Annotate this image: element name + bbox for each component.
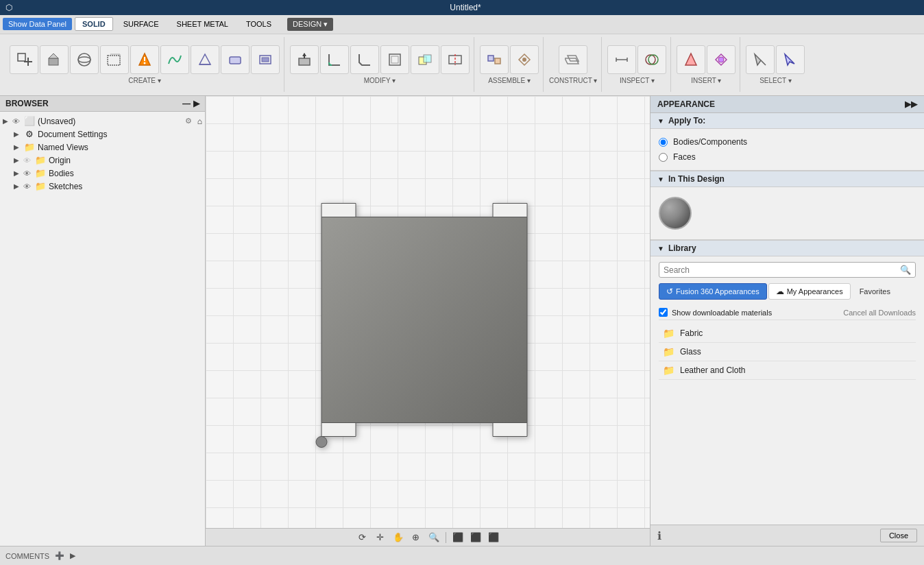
visual-style-icon[interactable]: ⬛ xyxy=(468,531,483,544)
cancel-downloads-button[interactable]: Cancel all Downloads xyxy=(843,309,916,317)
derive-icon[interactable] xyxy=(130,45,159,74)
root-settings-icon[interactable]: ⚙ xyxy=(185,117,196,125)
leather-cloth-folder-icon: 📁 xyxy=(663,365,674,376)
comments-add-icon[interactable]: ➕ xyxy=(55,551,64,560)
chamfer-icon[interactable] xyxy=(350,45,379,74)
offset-plane-icon[interactable] xyxy=(559,45,587,74)
show-data-panel-button[interactable]: Show Data Panel xyxy=(3,18,72,30)
tab-solid[interactable]: SOLID xyxy=(75,17,113,31)
zoom-fit-icon[interactable]: ⊕ xyxy=(409,531,424,544)
fillet-icon[interactable] xyxy=(320,45,349,74)
comments-expand-icon[interactable]: ▶ xyxy=(70,551,75,560)
default-material-thumb[interactable] xyxy=(659,197,692,230)
browser-root-item[interactable]: ▶ 👁 ⬜ (Unsaved) ⚙ ⌂ xyxy=(0,115,205,128)
search-icon: 🔍 xyxy=(900,265,911,275)
design-dropdown-button[interactable]: DESIGN ▾ xyxy=(287,18,333,31)
named-views-item[interactable]: ▶ 📁 Named Views xyxy=(0,141,205,154)
fabric-folder-item[interactable]: 📁 Fabric xyxy=(659,324,916,343)
combine-icon[interactable] xyxy=(411,45,439,74)
faces-label: Faces xyxy=(673,152,696,162)
bodies-eye-icon[interactable]: 👁 xyxy=(23,169,34,178)
sweep-icon[interactable] xyxy=(221,45,250,74)
library-section-header[interactable]: ▼ Library xyxy=(651,241,924,256)
in-this-design-section-header[interactable]: ▼ In This Design xyxy=(651,171,924,187)
joint-icon[interactable] xyxy=(480,45,509,74)
press-pull-icon[interactable] xyxy=(290,45,319,74)
insert-mesh-icon[interactable] xyxy=(677,45,705,74)
pan-icon[interactable]: ✛ xyxy=(373,531,388,544)
as-built-joint-icon[interactable] xyxy=(510,45,539,74)
close-button[interactable]: Close xyxy=(880,529,917,542)
show-downloadable-label: Show downloadable materials xyxy=(672,309,772,317)
browser-minimize-icon[interactable]: — xyxy=(182,99,191,108)
tab-surface[interactable]: SURFACE xyxy=(116,17,167,31)
select-icon[interactable] xyxy=(746,45,775,74)
orbit-icon[interactable]: ⟳ xyxy=(355,531,370,544)
tab-tools[interactable]: TOOLS xyxy=(239,17,279,31)
sketch-icon[interactable] xyxy=(100,45,129,74)
faces-option[interactable]: Faces xyxy=(659,149,916,165)
hand-icon[interactable]: ✋ xyxy=(391,531,406,544)
decal-icon[interactable] xyxy=(707,45,735,74)
favorites-label: Favorites xyxy=(860,287,890,296)
insert-icons xyxy=(677,45,735,74)
modify-icons xyxy=(290,45,470,74)
doc-settings-gear-icon: ⚙ xyxy=(23,129,36,139)
svg-rect-25 xyxy=(488,56,494,61)
glass-folder-label: Glass xyxy=(680,347,701,357)
split-body-icon[interactable] xyxy=(441,45,470,74)
appearance-search-input[interactable] xyxy=(664,265,900,275)
freeform-icon[interactable] xyxy=(160,45,189,74)
measure-icon[interactable] xyxy=(607,45,636,74)
material-thumb-row xyxy=(659,193,916,234)
fusion360-appearances-tab[interactable]: ↺ Fusion 360 Appearances xyxy=(659,283,767,300)
root-home-icon[interactable]: ⌂ xyxy=(197,117,202,126)
glass-folder-item[interactable]: 📁 Glass xyxy=(659,343,916,361)
display-mode-icon[interactable]: ⬛ xyxy=(450,531,465,544)
toolbar-group-assemble: ASSEMBLE ▾ xyxy=(476,37,544,92)
create-group-label: CREATE ▾ xyxy=(128,77,161,84)
bodies-components-label: Bodies/Components xyxy=(673,137,747,147)
faces-radio[interactable] xyxy=(659,153,668,162)
origin-item[interactable]: ▶ 👁 📁 Origin xyxy=(0,154,205,167)
select-box-icon[interactable] xyxy=(776,45,805,74)
grid-icon[interactable]: ⬛ xyxy=(486,531,501,544)
show-downloadable-checkbox[interactable] xyxy=(659,308,668,317)
svg-rect-15 xyxy=(262,58,269,62)
thicken-icon[interactable] xyxy=(251,45,280,74)
material-folders-list: 📁 Fabric 📁 Glass 📁 Leather and Cloth xyxy=(659,324,916,380)
svg-rect-0 xyxy=(18,53,25,61)
svg-rect-7 xyxy=(108,56,120,65)
sketches-eye-icon[interactable]: 👁 xyxy=(23,182,34,191)
appearance-panel-expand-icon[interactable]: ▶▶ xyxy=(905,99,917,109)
favorites-tab[interactable]: Favorites xyxy=(852,284,898,299)
bodies-components-radio[interactable] xyxy=(659,138,668,147)
apply-to-section-header[interactable]: ▼ Apply To: xyxy=(651,113,924,129)
shell-icon[interactable] xyxy=(380,45,409,74)
loft-icon[interactable] xyxy=(191,45,219,74)
leather-cloth-folder-item[interactable]: 📁 Leather and Cloth xyxy=(659,361,916,380)
browser-expand-icon[interactable]: ▶ xyxy=(193,99,199,108)
root-eye-icon[interactable]: 👁 xyxy=(12,117,23,125)
tab-sheet-metal[interactable]: SHEET METAL xyxy=(169,17,236,31)
new-component-icon[interactable] xyxy=(10,45,38,74)
my-appearances-tab[interactable]: ☁ My Appearances xyxy=(768,283,851,300)
browser-header: BROWSER — ▶ xyxy=(0,96,205,112)
bodies-folder-icon: 📁 xyxy=(34,168,47,178)
toolbar-group-select: SELECT ▾ xyxy=(742,37,809,92)
sketches-item[interactable]: ▶ 👁 📁 Sketches xyxy=(0,180,205,193)
interference-icon[interactable] xyxy=(637,45,666,74)
origin-eye-icon[interactable]: 👁 xyxy=(23,156,34,165)
zoom-window-icon[interactable]: 🔍 xyxy=(426,531,441,544)
toolbar-group-create: CREATE ▾ xyxy=(5,37,284,92)
root-label: (Unsaved) xyxy=(38,117,185,126)
canvas-area[interactable]: ⟳ ✛ ✋ ⊕ 🔍 ⬛ ⬛ ⬛ xyxy=(206,96,650,546)
bodies-components-option[interactable]: Bodies/Components xyxy=(659,134,916,149)
bodies-item[interactable]: ▶ 👁 📁 Bodies xyxy=(0,167,205,180)
appearance-search-bar[interactable]: 🔍 xyxy=(659,262,916,278)
doc-settings-item[interactable]: ▶ ⚙ Document Settings xyxy=(0,128,205,141)
toolbar-divider xyxy=(446,532,446,543)
app-icon-symbol: ⬡ xyxy=(5,3,12,12)
extrude-icon[interactable] xyxy=(40,45,69,74)
revolve-icon[interactable] xyxy=(70,45,99,74)
